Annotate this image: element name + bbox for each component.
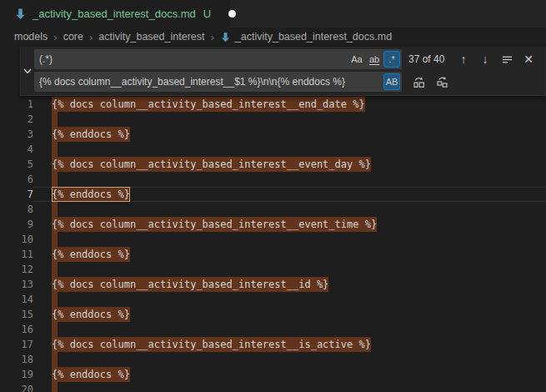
code-line[interactable]: 15{% enddocs %} — [0, 307, 546, 322]
code-text: {% docs column__activity_based_interest_… — [33, 337, 546, 352]
preserve-case-button[interactable]: AB — [383, 73, 400, 90]
line-number: 20 — [0, 382, 33, 392]
code-line[interactable]: 2 — [0, 112, 546, 127]
dbt-file-icon — [220, 32, 231, 43]
code-line[interactable]: 18 — [0, 352, 546, 367]
find-match-highlight — [52, 292, 58, 307]
find-row: (.*) Aa ab .* 37 of 40 ↑ ↓ — [34, 49, 542, 69]
find-match-highlight — [52, 382, 58, 392]
find-match-highlight — [52, 322, 58, 337]
line-number: 5 — [0, 157, 33, 172]
line-number: 13 — [0, 277, 33, 292]
find-match-highlight: {% docs column__activity_based_interest_… — [52, 277, 328, 292]
code-line[interactable]: 10 — [0, 232, 546, 247]
breadcrumb-file-label: _activity_based_interest_docs.md — [235, 31, 392, 43]
chevron-right-icon: › — [210, 31, 213, 43]
close-icon[interactable]: ✕ — [520, 51, 537, 68]
find-match-highlight — [52, 112, 58, 127]
line-number: 1 — [0, 97, 33, 112]
breadcrumb-item-activity-based-interest[interactable]: activity_based_interest — [98, 31, 204, 43]
whole-word-button[interactable]: ab — [366, 51, 383, 68]
line-number: 16 — [0, 322, 33, 337]
line-number: 6 — [0, 172, 33, 187]
code-line[interactable]: 9{% docs column__activity_based_interest… — [0, 217, 546, 232]
code-text — [33, 262, 546, 277]
code-text: {% docs column__activity_based_interest_… — [33, 97, 546, 112]
find-match-highlight: {% docs column__activity_based_interest_… — [52, 337, 371, 352]
code-text: {% enddocs %} — [33, 367, 546, 382]
code-text — [33, 112, 546, 127]
replace-input[interactable]: {% docs column__activity_based_interest_… — [34, 72, 402, 92]
find-match-highlight — [52, 232, 58, 247]
code-text — [33, 322, 546, 337]
code-text: {% enddocs %} — [33, 187, 546, 202]
breadcrumb-item-core[interactable]: core — [63, 31, 83, 43]
code-line[interactable]: 4 — [0, 142, 546, 157]
find-match-highlight: {% enddocs %} — [52, 367, 130, 382]
replace-button[interactable] — [410, 73, 427, 90]
find-widget-rows: (.*) Aa ab .* 37 of 40 ↑ ↓ — [34, 47, 545, 95]
breadcrumb-item-file[interactable]: _activity_based_interest_docs.md — [220, 31, 392, 43]
code-text — [33, 232, 546, 247]
next-match-button[interactable]: ↓ — [477, 51, 493, 68]
code-line[interactable]: 16 — [0, 322, 546, 337]
editor-tab[interactable]: _activity_based_interest_docs.md U — [0, 0, 230, 28]
code-line[interactable]: 12 — [0, 262, 546, 277]
find-match-highlight: {% docs column__activity_based_interest_… — [52, 97, 365, 112]
code-line[interactable]: 7{% enddocs %} — [0, 187, 546, 202]
code-text — [33, 352, 546, 367]
code-text: {% docs column__activity_based_interest_… — [33, 217, 546, 232]
code-line[interactable]: 20 — [0, 382, 546, 392]
replace-row: {% docs column__activity_based_interest_… — [34, 72, 542, 92]
dbt-file-icon — [14, 8, 27, 20]
find-match-highlight: {% enddocs %} — [52, 187, 130, 202]
replace-input-value: {% docs column__activity_based_interest_… — [39, 76, 383, 88]
find-match-highlight: {% enddocs %} — [52, 247, 130, 262]
code-text: {% enddocs %} — [33, 247, 546, 262]
line-number: 2 — [0, 112, 33, 127]
code-line[interactable]: 6 — [0, 172, 546, 187]
replace-actions — [410, 73, 450, 90]
chevron-right-icon: › — [53, 31, 57, 43]
tab-bar: _activity_based_interest_docs.md U — [0, 0, 546, 28]
code-line[interactable]: 1{% docs column__activity_based_interest… — [0, 97, 546, 112]
toggle-replace-button[interactable] — [21, 47, 34, 95]
line-number: 19 — [0, 367, 33, 382]
code-line[interactable]: 11{% enddocs %} — [0, 247, 546, 262]
find-match-highlight: {% docs column__activity_based_interest_… — [52, 217, 377, 232]
find-match-highlight — [52, 202, 58, 217]
find-match-highlight: {% enddocs %} — [52, 307, 130, 322]
line-number: 15 — [0, 307, 33, 322]
find-match-highlight: {% docs column__activity_based_interest_… — [52, 157, 371, 172]
match-case-button[interactable]: Aa — [348, 51, 365, 68]
line-number: 17 — [0, 337, 33, 352]
find-in-selection-button[interactable] — [498, 51, 515, 68]
regex-button[interactable]: .* — [383, 51, 400, 68]
find-match-highlight: {% enddocs %} — [52, 127, 130, 142]
previous-match-button[interactable]: ↑ — [455, 51, 472, 68]
breadcrumb-item-models[interactable]: models — [14, 31, 48, 43]
vscode-window: _activity_based_interest_docs.md U model… — [0, 0, 546, 392]
tab-filename: _activity_based_interest_docs.md — [33, 8, 196, 20]
line-number: 14 — [0, 292, 33, 307]
code-line[interactable]: 5{% docs column__activity_based_interest… — [0, 157, 546, 172]
find-input[interactable]: (.*) Aa ab .* — [34, 49, 402, 69]
replace-all-button[interactable] — [433, 73, 450, 90]
code-line[interactable]: 13{% docs column__activity_based_interes… — [0, 277, 546, 292]
code-line[interactable]: 3{% enddocs %} — [0, 127, 546, 142]
find-input-value: (.*) — [39, 53, 348, 65]
unsaved-changes-dot[interactable] — [228, 10, 236, 18]
code-line[interactable]: 8 — [0, 202, 546, 217]
code-text — [33, 142, 546, 157]
breadcrumb: models › core › activity_based_interest … — [0, 28, 546, 46]
code-line[interactable]: 17{% docs column__activity_based_interes… — [0, 337, 546, 352]
find-actions: ↑ ↓ ✕ — [455, 51, 537, 68]
code-text — [33, 202, 546, 217]
code-text: {% docs column__activity_based_interest_… — [33, 277, 546, 292]
code-text: {% enddocs %} — [33, 127, 546, 142]
code-line[interactable]: 14 — [0, 292, 546, 307]
line-number: 8 — [0, 202, 33, 217]
find-match-highlight — [52, 352, 58, 367]
code-line[interactable]: 19{% enddocs %} — [0, 367, 546, 382]
editor-pane[interactable]: (.*) Aa ab .* 37 of 40 ↑ ↓ — [0, 46, 546, 392]
